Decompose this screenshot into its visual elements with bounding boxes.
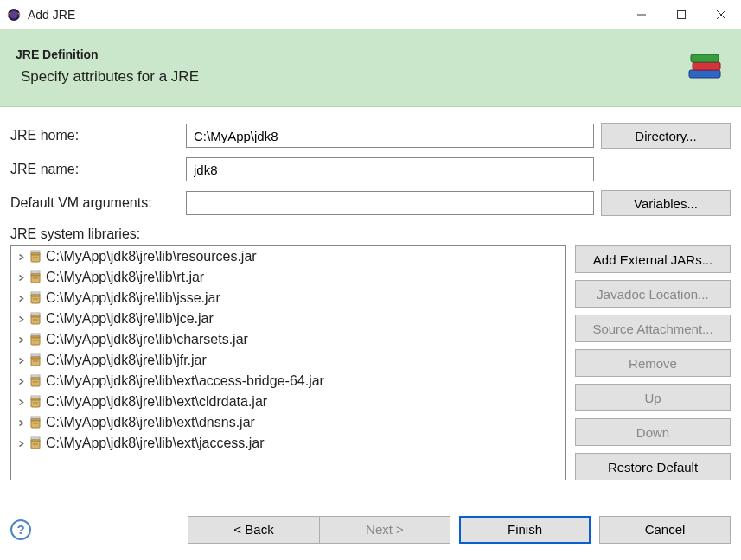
jar-icon bbox=[29, 374, 42, 388]
eclipse-icon bbox=[7, 8, 21, 22]
jar-icon bbox=[29, 436, 42, 450]
library-item[interactable]: C:\MyApp\jdk8\jre\lib\resources.jar bbox=[11, 246, 565, 267]
library-item-path: C:\MyApp\jdk8\jre\lib\ext\cldrdata.jar bbox=[46, 394, 267, 410]
titlebar-left: Add JRE bbox=[7, 8, 75, 22]
directory-button[interactable]: Directory... bbox=[601, 123, 731, 149]
cancel-button[interactable]: Cancel bbox=[599, 516, 731, 544]
library-item-path: C:\MyApp\jdk8\jre\lib\ext\access-bridge-… bbox=[46, 373, 324, 389]
library-item[interactable]: C:\MyApp\jdk8\jre\lib\charsets.jar bbox=[11, 329, 565, 350]
library-item-path: C:\MyApp\jdk8\jre\lib\jfr.jar bbox=[46, 353, 207, 368]
svg-point-2 bbox=[10, 10, 18, 18]
chevron-right-icon[interactable] bbox=[16, 377, 25, 385]
maximize-button[interactable] bbox=[661, 0, 701, 29]
jar-icon bbox=[29, 291, 42, 305]
svg-rect-24 bbox=[31, 313, 40, 315]
restore-default-button[interactable]: Restore Default bbox=[575, 453, 731, 480]
jre-home-input-wrap bbox=[186, 124, 594, 148]
titlebar: Add JRE bbox=[0, 0, 741, 29]
library-item-path: C:\MyApp\jdk8\jre\lib\ext\jaccess.jar bbox=[46, 436, 265, 451]
library-item[interactable]: C:\MyApp\jdk8\jre\lib\rt.jar bbox=[11, 267, 565, 288]
library-item-path: C:\MyApp\jdk8\jre\lib\jce.jar bbox=[46, 311, 214, 327]
system-libraries-list[interactable]: C:\MyApp\jdk8\jre\lib\resources.jarC:\My… bbox=[10, 245, 566, 480]
svg-rect-9 bbox=[691, 54, 719, 62]
library-item[interactable]: C:\MyApp\jdk8\jre\lib\ext\cldrdata.jar bbox=[11, 391, 565, 412]
library-books-icon bbox=[684, 46, 725, 87]
jre-home-input[interactable] bbox=[186, 124, 594, 148]
jre-name-input-wrap bbox=[186, 157, 594, 181]
svg-rect-16 bbox=[31, 271, 40, 273]
dialog-banner: JRE Definition Specify attributes for a … bbox=[0, 29, 741, 107]
jar-icon bbox=[29, 333, 42, 347]
back-button[interactable]: < Back bbox=[188, 516, 319, 544]
library-item[interactable]: C:\MyApp\jdk8\jre\lib\ext\dnsns.jar bbox=[11, 412, 565, 433]
svg-rect-28 bbox=[31, 334, 40, 335]
library-item[interactable]: C:\MyApp\jdk8\jre\lib\jfr.jar bbox=[11, 350, 565, 371]
jre-name-row: JRE name: bbox=[10, 157, 731, 181]
close-button[interactable] bbox=[701, 0, 741, 29]
svg-rect-48 bbox=[31, 437, 40, 439]
javadoc-location-button[interactable]: Javadoc Location... bbox=[575, 280, 731, 308]
svg-rect-36 bbox=[31, 375, 40, 377]
library-item[interactable]: C:\MyApp\jdk8\jre\lib\jsse.jar bbox=[11, 288, 565, 309]
window-controls bbox=[622, 0, 741, 29]
system-libraries-label: JRE system libraries: bbox=[10, 226, 731, 242]
content-area: JRE home: Directory... JRE name: Default… bbox=[0, 107, 741, 487]
chevron-right-icon[interactable] bbox=[16, 273, 25, 282]
library-item[interactable]: C:\MyApp\jdk8\jre\lib\jce.jar bbox=[11, 309, 565, 329]
vm-args-row: Default VM arguments: Variables... bbox=[10, 190, 731, 216]
chevron-right-icon[interactable] bbox=[16, 418, 25, 427]
minimize-button[interactable] bbox=[622, 0, 661, 29]
chevron-right-icon[interactable] bbox=[16, 356, 25, 365]
system-libraries-area: C:\MyApp\jdk8\jre\lib\resources.jarC:\My… bbox=[10, 245, 731, 480]
remove-button[interactable]: Remove bbox=[575, 349, 731, 377]
banner-text: JRE Definition Specify attributes for a … bbox=[16, 48, 199, 86]
library-item-path: C:\MyApp\jdk8\jre\lib\jsse.jar bbox=[46, 290, 220, 306]
chevron-right-icon[interactable] bbox=[16, 315, 25, 323]
jre-home-label: JRE home: bbox=[10, 128, 179, 143]
jar-icon bbox=[29, 353, 42, 367]
vm-args-input-wrap bbox=[186, 191, 594, 215]
svg-rect-4 bbox=[678, 10, 686, 18]
svg-rect-40 bbox=[31, 396, 40, 398]
window-title: Add JRE bbox=[28, 8, 75, 22]
jar-icon bbox=[29, 270, 42, 284]
library-item-path: C:\MyApp\jdk8\jre\lib\ext\dnsns.jar bbox=[46, 415, 255, 430]
chevron-right-icon[interactable] bbox=[16, 252, 25, 261]
jre-name-label: JRE name: bbox=[10, 162, 179, 177]
jar-icon bbox=[29, 250, 42, 264]
svg-rect-8 bbox=[693, 62, 720, 70]
source-attachment-button[interactable]: Source Attachment... bbox=[575, 315, 731, 342]
svg-rect-7 bbox=[689, 70, 720, 78]
chevron-right-icon[interactable] bbox=[16, 439, 25, 448]
jre-home-row: JRE home: Directory... bbox=[10, 123, 731, 149]
add-external-jars-button[interactable]: Add External JARs... bbox=[575, 245, 731, 273]
vm-args-label: Default VM arguments: bbox=[10, 195, 179, 211]
svg-rect-32 bbox=[31, 354, 40, 356]
help-icon[interactable]: ? bbox=[10, 519, 31, 540]
svg-rect-20 bbox=[31, 292, 40, 294]
down-button[interactable]: Down bbox=[575, 418, 731, 446]
wizard-nav-group: < Back Next > bbox=[188, 516, 450, 544]
library-item-path: C:\MyApp\jdk8\jre\lib\resources.jar bbox=[46, 249, 257, 264]
chevron-right-icon[interactable] bbox=[16, 398, 25, 406]
variables-button[interactable]: Variables... bbox=[601, 190, 731, 216]
up-button[interactable]: Up bbox=[575, 384, 731, 411]
chevron-right-icon[interactable] bbox=[16, 335, 25, 344]
library-item-path: C:\MyApp\jdk8\jre\lib\charsets.jar bbox=[46, 332, 248, 347]
library-item-path: C:\MyApp\jdk8\jre\lib\rt.jar bbox=[46, 270, 204, 285]
svg-rect-12 bbox=[31, 251, 40, 252]
banner-subtitle: Specify attributes for a JRE bbox=[16, 68, 199, 86]
vm-args-input[interactable] bbox=[186, 191, 594, 215]
jar-icon bbox=[29, 312, 42, 326]
jar-icon bbox=[29, 395, 42, 409]
banner-title: JRE Definition bbox=[16, 48, 199, 61]
svg-rect-44 bbox=[31, 417, 40, 418]
jar-icon bbox=[29, 416, 42, 430]
next-button[interactable]: Next > bbox=[319, 516, 450, 544]
library-item[interactable]: C:\MyApp\jdk8\jre\lib\ext\access-bridge-… bbox=[11, 371, 565, 391]
finish-button[interactable]: Finish bbox=[459, 516, 591, 544]
chevron-right-icon[interactable] bbox=[16, 294, 25, 302]
jre-name-input[interactable] bbox=[186, 157, 594, 181]
library-item[interactable]: C:\MyApp\jdk8\jre\lib\ext\jaccess.jar bbox=[11, 433, 565, 454]
wizard-footer: ? < Back Next > Finish Cancel bbox=[0, 500, 741, 558]
